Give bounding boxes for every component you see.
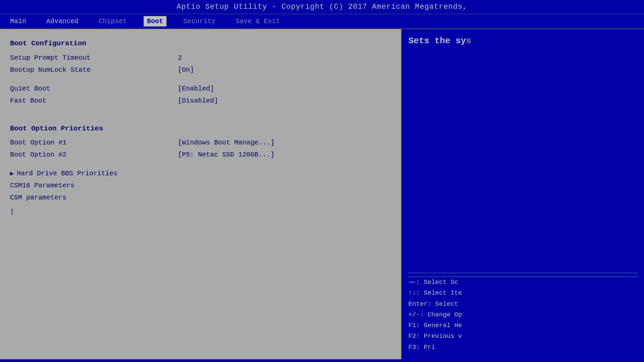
boot-option-priorities-header: Boot Option Priorities: [10, 123, 391, 134]
help-text-large: Sets the sys: [408, 36, 637, 46]
sets-label-truncated: s: [466, 36, 472, 46]
gap1: [10, 77, 391, 83]
key-help-row-1: →←: Select Sc: [408, 277, 637, 288]
key-help-row-6: F2: Previous v: [408, 331, 637, 342]
boot-option-2-label: Boot Option #2: [10, 149, 178, 160]
setup-prompt-timeout-label: Setup Prompt Timeout: [10, 53, 178, 63]
boot-option-2-row: Boot Option #2 [P5: Netac SSD 120GB...]: [10, 149, 391, 160]
bootup-numlock-row: Bootup NumLock State [On]: [10, 65, 391, 75]
right-spacer: [408, 46, 637, 269]
hard-drive-bbs-row[interactable]: ▶ Hard Drive BBS Priorities: [10, 168, 391, 179]
fast-boot-row: Fast Boot [Disabled]: [10, 96, 391, 106]
hard-drive-bbs-label: Hard Drive BBS Priorities: [17, 168, 178, 179]
title-text: Aptio Setup Utility - Copyright (C) 2017…: [177, 3, 467, 11]
quiet-boot-row: Quiet Boot [Enabled]: [10, 83, 391, 94]
divider-line: [408, 273, 637, 273]
gap2: [10, 108, 391, 114]
key-help-row-2: ↑↓: Select Ite: [408, 288, 637, 298]
boot-config-header: Boot Configuration: [10, 38, 391, 49]
gap4: [10, 162, 391, 168]
menu-item-main[interactable]: Main: [7, 16, 30, 26]
bootup-numlock-label: Bootup NumLock State: [10, 65, 178, 75]
title-bar: Aptio Setup Utility - Copyright (C) 2017…: [0, 0, 644, 14]
hard-drive-bbs-arrow: ▶: [10, 169, 17, 179]
fast-boot-value[interactable]: [Disabled]: [178, 96, 218, 106]
menu-item-save-exit[interactable]: Save & Exit: [232, 16, 283, 26]
key-help-row-3: Enter: Select: [408, 299, 637, 309]
menu-item-advanced[interactable]: Advanced: [43, 16, 82, 26]
key-help-row-4: +/-: Change Op: [408, 309, 637, 320]
setup-prompt-timeout-row: Setup Prompt Timeout 2: [10, 53, 391, 63]
cursor-indicator: |: [10, 206, 391, 217]
quiet-boot-value[interactable]: [Enabled]: [178, 83, 214, 94]
key-help-section: →←: Select Sc ↑↓: Select Ite Enter: Sele…: [408, 277, 637, 353]
boot-option-1-row: Boot Option #1 [Windows Boot Manage...]: [10, 137, 391, 148]
gap3: [10, 114, 391, 121]
menu-item-security[interactable]: Security: [180, 16, 219, 26]
bootup-numlock-value[interactable]: [On]: [178, 65, 194, 75]
csm16-row: CSM16 Parameters: [10, 180, 391, 191]
csm-params-label: CSM parameters: [10, 192, 178, 203]
right-panel: Sets the sys →←: Select Sc ↑↓: Select It…: [401, 29, 644, 359]
boot-option-2-value[interactable]: [P5: Netac SSD 120GB...]: [178, 149, 275, 160]
setup-prompt-timeout-value[interactable]: 2: [178, 53, 182, 63]
fast-boot-label: Fast Boot: [10, 96, 178, 106]
csm-params-row: CSM parameters: [10, 192, 391, 203]
sets-label: Sets the sy: [408, 36, 466, 46]
menu-bar: Main Advanced Chipset Boot Security Save…: [0, 14, 644, 29]
menu-item-chipset[interactable]: Chipset: [95, 16, 130, 26]
key-help-row-7: F3: Pri: [408, 342, 637, 353]
quiet-boot-label: Quiet Boot: [10, 83, 178, 94]
key-help-row-5: F1: General He: [408, 320, 637, 331]
csm16-label: CSM16 Parameters: [10, 180, 178, 191]
content-area: Boot Configuration Setup Prompt Timeout …: [0, 29, 644, 359]
boot-option-1-label: Boot Option #1: [10, 137, 178, 148]
boot-option-1-value[interactable]: [Windows Boot Manage...]: [178, 137, 275, 148]
menu-item-boot[interactable]: Boot: [144, 16, 166, 26]
main-panel: Boot Configuration Setup Prompt Timeout …: [0, 29, 401, 359]
